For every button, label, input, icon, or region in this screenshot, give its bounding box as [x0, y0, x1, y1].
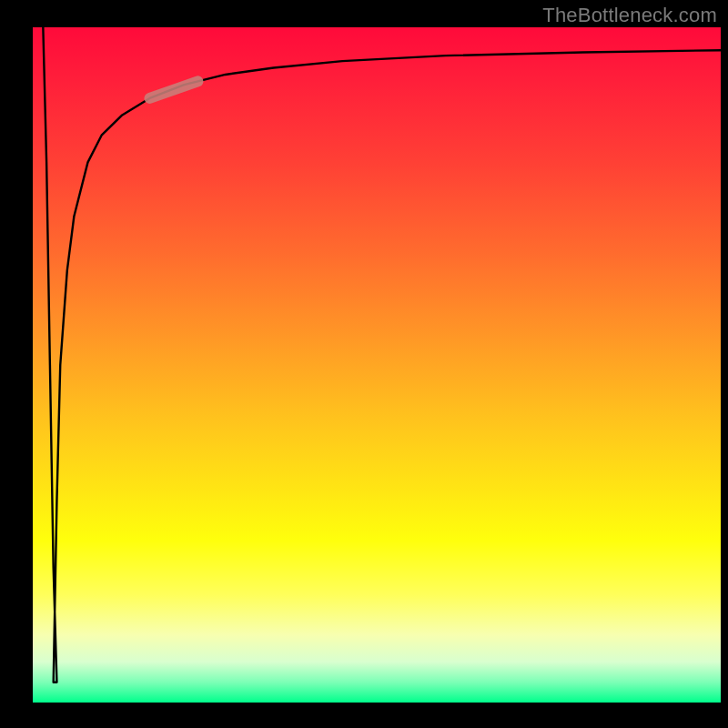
- attribution-text: TheBottleneck.com: [542, 4, 717, 27]
- plot-area: [33, 27, 721, 703]
- highlight-segment: [150, 81, 198, 98]
- curve-line: [43, 27, 721, 682]
- chart-svg: [33, 27, 721, 703]
